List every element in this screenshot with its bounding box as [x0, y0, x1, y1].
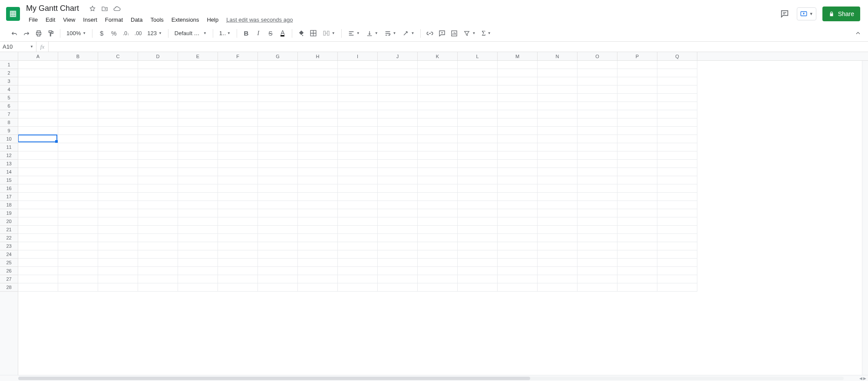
- cell[interactable]: [138, 267, 178, 275]
- cell[interactable]: [138, 193, 178, 201]
- cell[interactable]: [138, 184, 178, 193]
- row-header[interactable]: 17: [0, 193, 18, 201]
- row-header[interactable]: 11: [0, 143, 18, 151]
- menu-help[interactable]: Help: [203, 15, 222, 25]
- cell[interactable]: [498, 168, 538, 176]
- cell[interactable]: [98, 184, 138, 193]
- row-header[interactable]: 27: [0, 275, 18, 283]
- cell[interactable]: [578, 110, 617, 118]
- cell[interactable]: [378, 234, 418, 242]
- cell[interactable]: [657, 168, 697, 176]
- cell[interactable]: [578, 102, 617, 110]
- cell[interactable]: [218, 94, 258, 102]
- cell[interactable]: [218, 69, 258, 77]
- redo-button[interactable]: [21, 28, 32, 39]
- cell[interactable]: [378, 267, 418, 275]
- cell[interactable]: [258, 234, 298, 242]
- cell[interactable]: [178, 201, 218, 209]
- row-header[interactable]: 22: [0, 234, 18, 242]
- cell[interactable]: [178, 94, 218, 102]
- cell[interactable]: [538, 94, 578, 102]
- cell[interactable]: [538, 127, 578, 135]
- menu-edit[interactable]: Edit: [42, 15, 59, 25]
- cell[interactable]: [657, 143, 697, 151]
- cell[interactable]: [18, 193, 58, 201]
- cell[interactable]: [58, 217, 98, 226]
- cell[interactable]: [498, 85, 538, 94]
- row-header[interactable]: 6: [0, 102, 18, 110]
- cell[interactable]: [258, 85, 298, 94]
- cell[interactable]: [338, 127, 378, 135]
- filter-dropdown[interactable]: ▼: [461, 28, 478, 39]
- cell[interactable]: [178, 234, 218, 242]
- cell[interactable]: [498, 217, 538, 226]
- row-header[interactable]: 26: [0, 267, 18, 275]
- cell[interactable]: [418, 201, 458, 209]
- cell[interactable]: [657, 135, 697, 143]
- cell[interactable]: [657, 176, 697, 184]
- cell[interactable]: [617, 85, 657, 94]
- cell[interactable]: [258, 135, 298, 143]
- cell[interactable]: [578, 135, 617, 143]
- cell[interactable]: [338, 69, 378, 77]
- cell[interactable]: [178, 135, 218, 143]
- insert-comment-button[interactable]: [436, 28, 448, 39]
- cell[interactable]: [657, 184, 697, 193]
- cell[interactable]: [458, 283, 498, 292]
- cell[interactable]: [258, 275, 298, 283]
- cell[interactable]: [498, 127, 538, 135]
- column-header[interactable]: L: [458, 52, 498, 60]
- cell[interactable]: [178, 168, 218, 176]
- cell[interactable]: [138, 201, 178, 209]
- cell[interactable]: [458, 267, 498, 275]
- row-header[interactable]: 16: [0, 184, 18, 193]
- cell[interactable]: [338, 151, 378, 160]
- cell[interactable]: [298, 250, 338, 259]
- cell[interactable]: [418, 250, 458, 259]
- cell[interactable]: [18, 69, 58, 77]
- cell[interactable]: [617, 184, 657, 193]
- cell[interactable]: [18, 77, 58, 85]
- cell[interactable]: [498, 193, 538, 201]
- cell[interactable]: [178, 143, 218, 151]
- cell[interactable]: [258, 217, 298, 226]
- cell[interactable]: [657, 259, 697, 267]
- cell[interactable]: [338, 201, 378, 209]
- cell[interactable]: [418, 267, 458, 275]
- cell[interactable]: [418, 259, 458, 267]
- cell[interactable]: [138, 94, 178, 102]
- cell[interactable]: [338, 176, 378, 184]
- cell[interactable]: [298, 94, 338, 102]
- cell[interactable]: [578, 127, 617, 135]
- cell[interactable]: [18, 250, 58, 259]
- cell[interactable]: [578, 201, 617, 209]
- cell[interactable]: [578, 267, 617, 275]
- cell[interactable]: [298, 193, 338, 201]
- cell[interactable]: [657, 110, 697, 118]
- cell[interactable]: [258, 94, 298, 102]
- cell[interactable]: [338, 118, 378, 127]
- cell[interactable]: [418, 118, 458, 127]
- cell[interactable]: [578, 234, 617, 242]
- cell[interactable]: [298, 242, 338, 250]
- comments-icon[interactable]: [779, 8, 791, 20]
- cell[interactable]: [18, 242, 58, 250]
- cell[interactable]: [338, 110, 378, 118]
- cell[interactable]: [58, 135, 98, 143]
- cell[interactable]: [538, 250, 578, 259]
- cell[interactable]: [617, 226, 657, 234]
- cell[interactable]: [657, 267, 697, 275]
- cell[interactable]: [458, 118, 498, 127]
- row-header[interactable]: 18: [0, 201, 18, 209]
- cell[interactable]: [98, 193, 138, 201]
- cell[interactable]: [338, 250, 378, 259]
- cell[interactable]: [98, 209, 138, 217]
- cell[interactable]: [498, 143, 538, 151]
- cell[interactable]: [178, 61, 218, 69]
- cell[interactable]: [138, 283, 178, 292]
- cell[interactable]: [258, 127, 298, 135]
- functions-dropdown[interactable]: Σ▼: [479, 28, 493, 39]
- column-header[interactable]: N: [538, 52, 578, 60]
- cell[interactable]: [458, 193, 498, 201]
- cell[interactable]: [617, 110, 657, 118]
